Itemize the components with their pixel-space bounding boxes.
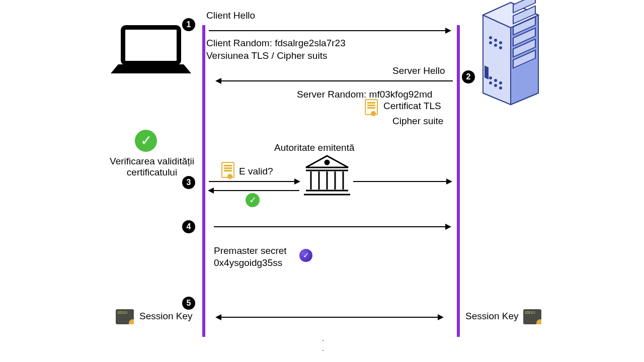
- svg-point-13: [490, 42, 492, 44]
- session-key-left-icon: [116, 309, 134, 324]
- session-key-right-icon: [523, 309, 541, 324]
- certificate-icon-small: [221, 162, 234, 178]
- session-key-left-label: Session Key: [139, 311, 193, 322]
- svg-marker-2: [483, 15, 511, 105]
- server-cert-label: Certificat TLS: [383, 101, 441, 112]
- svg-point-11: [495, 39, 497, 41]
- client-tls-version-label: Versiunea TLS / Cipher suits: [206, 50, 327, 61]
- server-lifeline: [457, 25, 460, 337]
- svg-point-19: [490, 82, 492, 84]
- server-random-label: Server Random: mf03kfog92md: [297, 89, 432, 100]
- step-2-badge: 2: [462, 70, 475, 83]
- validation-title: Verificarea validității certificatului: [97, 156, 207, 178]
- client-hello-label: Client Hello: [206, 10, 255, 21]
- continuation-dot: .: [322, 344, 324, 352]
- client-random-label: Client Random: fdsalrge2sla7r23: [206, 38, 346, 49]
- svg-point-21: [500, 87, 502, 89]
- arrow-authority-to-server: [353, 181, 451, 182]
- step-4-badge: 4: [182, 220, 195, 233]
- premaster-label: Premaster secret: [214, 245, 287, 256]
- svg-point-18: [500, 82, 502, 84]
- arrow-client-hello: [209, 30, 450, 31]
- svg-point-12: [500, 42, 502, 44]
- arrow-to-authority: [209, 181, 299, 182]
- check-icon: ✓: [135, 130, 157, 152]
- premaster-value: 0x4ysgoidg35ss: [214, 257, 282, 268]
- svg-point-14: [495, 44, 497, 46]
- arrow-server-hello: [216, 80, 453, 81]
- svg-point-15: [500, 47, 502, 49]
- certificate-icon: [365, 99, 378, 115]
- continuation-dot: .: [322, 334, 324, 342]
- svg-point-17: [495, 79, 497, 81]
- step-1-badge: 1: [182, 18, 195, 31]
- laptop-icon: [111, 25, 191, 80]
- shield-check-icon: ✓: [299, 249, 312, 262]
- step-5-badge: 5: [182, 297, 195, 310]
- check-small-icon: ✓: [246, 193, 260, 207]
- svg-point-20: [495, 84, 497, 86]
- session-key-right-label: Session Key: [465, 311, 519, 322]
- arrow-from-authority: [209, 190, 299, 191]
- arrow-premaster: [214, 226, 450, 227]
- client-lifeline: [202, 25, 205, 337]
- svg-rect-22: [485, 66, 488, 79]
- authority-building-icon: [302, 153, 352, 199]
- server-rack-icon: [473, 0, 548, 106]
- svg-point-24: [325, 160, 329, 164]
- authority-label: Autoritate emitentă: [274, 142, 354, 153]
- svg-point-16: [490, 77, 492, 79]
- server-cipher-label: Cipher suite: [392, 116, 443, 127]
- valid-question: E valid?: [239, 166, 273, 177]
- server-hello-label: Server Hello: [392, 65, 445, 76]
- step-3-badge: 3: [182, 176, 195, 189]
- arrow-session-key: [216, 317, 443, 318]
- svg-point-10: [490, 37, 492, 39]
